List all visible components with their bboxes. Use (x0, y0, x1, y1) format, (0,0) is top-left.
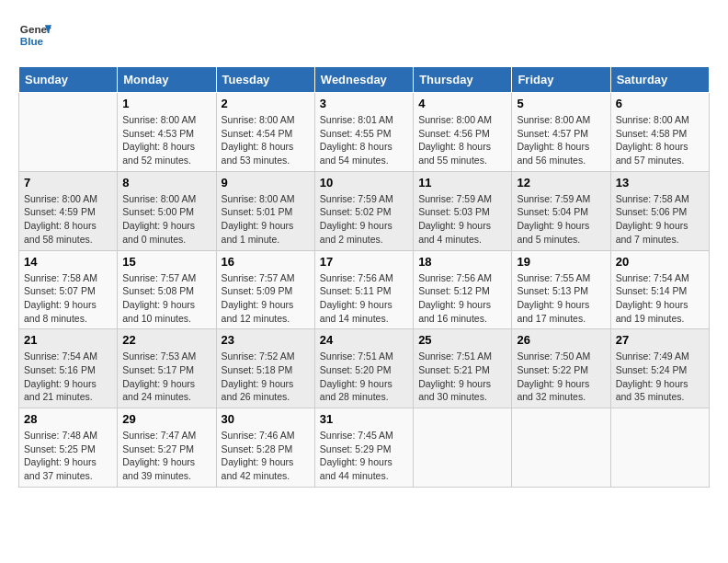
day-number: 6 (616, 97, 704, 110)
day-number: 19 (517, 255, 605, 269)
day-number: 8 (122, 176, 210, 190)
col-header-thursday: Thursday (414, 67, 512, 93)
day-number: 27 (616, 333, 704, 347)
day-number: 28 (24, 412, 112, 426)
calendar-cell: 19Sunrise: 7:55 AMSunset: 5:13 PMDayligh… (512, 250, 610, 329)
day-info: Sunrise: 8:01 AMSunset: 4:55 PMDaylight:… (320, 113, 408, 167)
calendar-week-row: 14Sunrise: 7:58 AMSunset: 5:07 PMDayligh… (19, 250, 710, 329)
day-info: Sunrise: 8:00 AMSunset: 4:54 PMDaylight:… (222, 113, 310, 167)
day-number: 2 (222, 97, 310, 110)
day-number: 12 (517, 176, 605, 190)
calendar-cell: 18Sunrise: 7:56 AMSunset: 5:12 PMDayligh… (414, 250, 512, 329)
day-info: Sunrise: 7:53 AMSunset: 5:17 PMDaylight:… (122, 350, 210, 404)
calendar-cell: 7Sunrise: 8:00 AMSunset: 4:59 PMDaylight… (19, 171, 118, 250)
day-info: Sunrise: 8:00 AMSunset: 4:53 PMDaylight:… (122, 113, 210, 167)
day-info: Sunrise: 7:58 AMSunset: 5:06 PMDaylight:… (616, 192, 704, 247)
day-number: 9 (222, 176, 310, 190)
day-number: 24 (320, 333, 408, 347)
day-info: Sunrise: 7:59 AMSunset: 5:02 PMDaylight:… (320, 192, 408, 247)
day-number: 23 (222, 333, 310, 347)
day-number: 31 (320, 412, 408, 426)
day-number: 29 (122, 412, 210, 426)
calendar-cell: 5Sunrise: 8:00 AMSunset: 4:57 PMDaylight… (512, 93, 610, 172)
calendar-cell: 8Sunrise: 8:00 AMSunset: 5:00 PMDaylight… (118, 171, 216, 250)
day-info: Sunrise: 7:59 AMSunset: 5:03 PMDaylight:… (418, 192, 506, 247)
calendar-cell: 13Sunrise: 7:58 AMSunset: 5:06 PMDayligh… (610, 171, 709, 250)
logo-icon: General Blue (18, 18, 51, 52)
day-info: Sunrise: 7:50 AMSunset: 5:22 PMDaylight:… (517, 350, 605, 404)
col-header-friday: Friday (512, 67, 610, 93)
calendar-cell: 24Sunrise: 7:51 AMSunset: 5:20 PMDayligh… (314, 329, 413, 408)
day-number: 1 (122, 97, 210, 110)
day-info: Sunrise: 7:58 AMSunset: 5:07 PMDaylight:… (24, 271, 112, 326)
day-info: Sunrise: 7:52 AMSunset: 5:18 PMDaylight:… (222, 350, 310, 404)
day-number: 13 (616, 176, 704, 190)
day-number: 7 (24, 176, 112, 190)
day-info: Sunrise: 7:59 AMSunset: 5:04 PMDaylight:… (517, 192, 605, 247)
day-info: Sunrise: 8:00 AMSunset: 4:57 PMDaylight:… (517, 113, 605, 167)
calendar-cell: 23Sunrise: 7:52 AMSunset: 5:18 PMDayligh… (216, 329, 314, 408)
calendar-cell: 4Sunrise: 8:00 AMSunset: 4:56 PMDaylight… (414, 93, 512, 172)
col-header-wednesday: Wednesday (314, 67, 413, 93)
day-info: Sunrise: 8:00 AMSunset: 4:58 PMDaylight:… (616, 113, 704, 167)
day-info: Sunrise: 7:47 AMSunset: 5:27 PMDaylight:… (122, 429, 210, 483)
day-number: 15 (122, 255, 210, 269)
calendar-cell: 16Sunrise: 7:57 AMSunset: 5:09 PMDayligh… (216, 250, 314, 329)
calendar-week-row: 7Sunrise: 8:00 AMSunset: 4:59 PMDaylight… (19, 171, 710, 250)
day-info: Sunrise: 8:00 AMSunset: 5:00 PMDaylight:… (122, 192, 210, 247)
calendar-cell: 27Sunrise: 7:49 AMSunset: 5:24 PMDayligh… (610, 329, 709, 408)
col-header-tuesday: Tuesday (216, 67, 314, 93)
calendar-table: SundayMondayTuesdayWednesdayThursdayFrid… (18, 66, 710, 488)
day-number: 22 (122, 333, 210, 347)
day-info: Sunrise: 8:00 AMSunset: 5:01 PMDaylight:… (222, 192, 310, 247)
day-number: 20 (616, 255, 704, 269)
calendar-cell: 28Sunrise: 7:48 AMSunset: 5:25 PMDayligh… (19, 408, 118, 488)
day-info: Sunrise: 7:56 AMSunset: 5:11 PMDaylight:… (320, 271, 408, 326)
calendar-week-row: 28Sunrise: 7:48 AMSunset: 5:25 PMDayligh… (19, 408, 710, 488)
page-header: General Blue (18, 18, 710, 52)
col-header-monday: Monday (118, 67, 216, 93)
day-number: 11 (418, 176, 506, 190)
calendar-cell: 2Sunrise: 8:00 AMSunset: 4:54 PMDaylight… (216, 93, 314, 172)
calendar-cell: 22Sunrise: 7:53 AMSunset: 5:17 PMDayligh… (118, 329, 216, 408)
day-number: 30 (222, 412, 310, 426)
calendar-cell (19, 93, 118, 172)
calendar-cell (610, 408, 709, 488)
logo: General Blue (18, 18, 51, 52)
calendar-cell: 29Sunrise: 7:47 AMSunset: 5:27 PMDayligh… (118, 408, 216, 488)
calendar-cell: 6Sunrise: 8:00 AMSunset: 4:58 PMDaylight… (610, 93, 709, 172)
day-info: Sunrise: 7:48 AMSunset: 5:25 PMDaylight:… (24, 429, 112, 483)
day-number: 5 (517, 97, 605, 110)
calendar-cell: 9Sunrise: 8:00 AMSunset: 5:01 PMDaylight… (216, 171, 314, 250)
day-info: Sunrise: 7:46 AMSunset: 5:28 PMDaylight:… (222, 429, 310, 483)
day-info: Sunrise: 7:55 AMSunset: 5:13 PMDaylight:… (517, 271, 605, 326)
day-number: 25 (418, 333, 506, 347)
day-info: Sunrise: 7:54 AMSunset: 5:16 PMDaylight:… (24, 350, 112, 404)
day-number: 16 (222, 255, 310, 269)
day-info: Sunrise: 8:00 AMSunset: 4:59 PMDaylight:… (24, 192, 112, 247)
calendar-week-row: 21Sunrise: 7:54 AMSunset: 5:16 PMDayligh… (19, 329, 710, 408)
calendar-cell: 30Sunrise: 7:46 AMSunset: 5:28 PMDayligh… (216, 408, 314, 488)
calendar-cell: 21Sunrise: 7:54 AMSunset: 5:16 PMDayligh… (19, 329, 118, 408)
calendar-cell (512, 408, 610, 488)
calendar-cell (414, 408, 512, 488)
day-info: Sunrise: 8:00 AMSunset: 4:56 PMDaylight:… (418, 113, 506, 167)
day-info: Sunrise: 7:57 AMSunset: 5:09 PMDaylight:… (222, 271, 310, 326)
calendar-cell: 26Sunrise: 7:50 AMSunset: 5:22 PMDayligh… (512, 329, 610, 408)
calendar-cell: 15Sunrise: 7:57 AMSunset: 5:08 PMDayligh… (118, 250, 216, 329)
calendar-cell: 31Sunrise: 7:45 AMSunset: 5:29 PMDayligh… (314, 408, 413, 488)
calendar-week-row: 1Sunrise: 8:00 AMSunset: 4:53 PMDaylight… (19, 93, 710, 172)
day-info: Sunrise: 7:54 AMSunset: 5:14 PMDaylight:… (616, 271, 704, 326)
day-number: 21 (24, 333, 112, 347)
col-header-saturday: Saturday (610, 67, 709, 93)
col-header-sunday: Sunday (19, 67, 118, 93)
day-number: 14 (24, 255, 112, 269)
calendar-cell: 1Sunrise: 8:00 AMSunset: 4:53 PMDaylight… (118, 93, 216, 172)
calendar-cell: 12Sunrise: 7:59 AMSunset: 5:04 PMDayligh… (512, 171, 610, 250)
calendar-cell: 17Sunrise: 7:56 AMSunset: 5:11 PMDayligh… (314, 250, 413, 329)
calendar-cell: 14Sunrise: 7:58 AMSunset: 5:07 PMDayligh… (19, 250, 118, 329)
day-number: 26 (517, 333, 605, 347)
day-info: Sunrise: 7:57 AMSunset: 5:08 PMDaylight:… (122, 271, 210, 326)
day-number: 18 (418, 255, 506, 269)
calendar-cell: 3Sunrise: 8:01 AMSunset: 4:55 PMDaylight… (314, 93, 413, 172)
